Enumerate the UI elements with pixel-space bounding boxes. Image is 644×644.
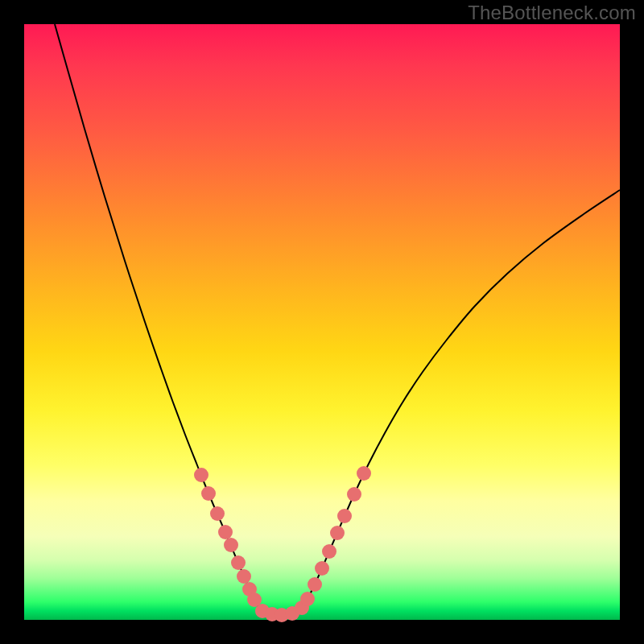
data-dot	[194, 468, 208, 482]
dot-group	[194, 466, 371, 622]
data-dot	[315, 561, 329, 576]
curve-right	[303, 190, 620, 607]
data-dot	[210, 506, 225, 521]
data-dot	[231, 555, 246, 570]
data-dot	[347, 487, 361, 502]
chart-overlay	[24, 24, 620, 620]
data-dot	[357, 466, 371, 481]
data-dot	[322, 544, 336, 559]
data-dot	[308, 577, 322, 592]
data-dot	[300, 592, 315, 606]
curve-left	[55, 24, 258, 606]
data-dot	[201, 486, 216, 501]
watermark-text: TheBottleneck.com	[468, 2, 636, 24]
data-dot	[237, 569, 251, 584]
data-dot	[224, 538, 238, 552]
data-dot	[337, 509, 352, 523]
data-dot	[218, 525, 233, 539]
data-dot	[330, 526, 345, 540]
